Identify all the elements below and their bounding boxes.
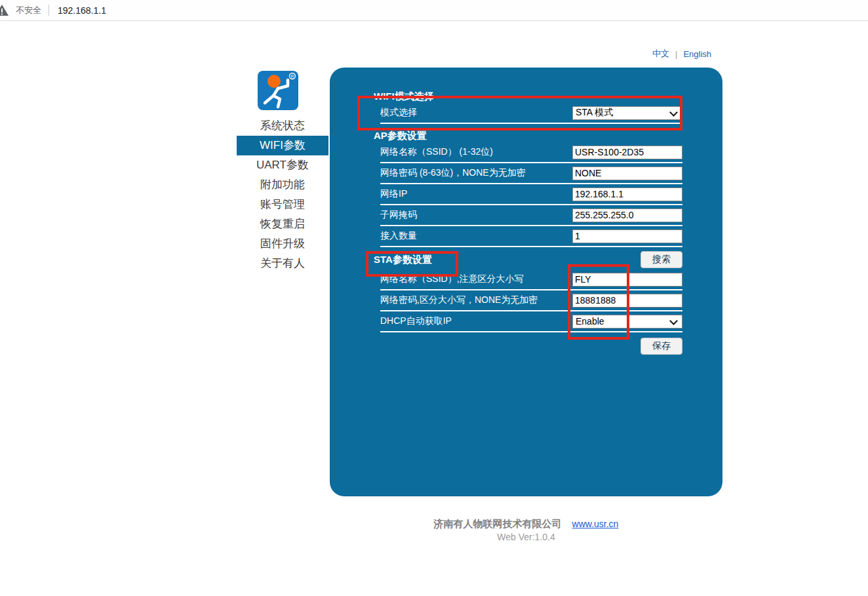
sidebar-nav: 系统状态 WIFI参数 UART参数 附加功能 账号管理 恢复重启 固件升级 关…	[237, 116, 328, 273]
dhcp-label: DHCP自动获取IP	[380, 315, 452, 327]
lang-english-link[interactable]: English	[683, 49, 711, 59]
sta-password-row: 网络密码,区分大小写，NONE为无加密	[380, 290, 682, 311]
page: 不安全 192.168.1.1 中文 | English R 系统状态 WIFI…	[0, 0, 868, 596]
lang-chinese-link[interactable]: 中文	[652, 48, 669, 60]
sta-password-label: 网络密码,区分大小写，NONE为无加密	[380, 294, 538, 306]
sta-section-title: STA参数设置	[374, 253, 432, 266]
address-bar-divider	[49, 5, 49, 16]
chevron-down-icon	[669, 108, 678, 117]
sidebar-item-firmware-upgrade[interactable]: 固件升级	[237, 234, 328, 254]
ap-ip-row: 网络IP	[380, 184, 682, 205]
save-button[interactable]: 保存	[641, 338, 682, 355]
sidebar-item-uart-params[interactable]: UART参数	[237, 155, 328, 175]
sta-section-header-row: STA参数设置 搜索	[374, 250, 682, 269]
sidebar-item-about-usr[interactable]: 关于有人	[237, 254, 328, 273]
lang-separator: |	[675, 49, 677, 59]
page-footer: 济南有人物联网技术有限公司www.usr.cn Web Ver:1.0.4	[330, 518, 722, 542]
mode-select-row: 模式选择 STA 模式	[380, 103, 682, 124]
web-version: Web Ver:1.0.4	[330, 532, 722, 542]
ap-password-row: 网络密码 (8-63位)，NONE为无加密	[380, 163, 682, 184]
sta-ssid-row: 网络名称（SSID）,注意区分大小写	[380, 269, 682, 290]
wifi-mode-section-title: WIFI模式选择	[374, 90, 682, 103]
not-secure-label[interactable]: 不安全	[16, 5, 41, 16]
sidebar-item-extra-functions[interactable]: 附加功能	[237, 175, 328, 195]
dhcp-select-value: Enable	[576, 316, 604, 327]
address-url[interactable]: 192.168.1.1	[58, 5, 106, 16]
ap-max-clients-input[interactable]	[572, 229, 682, 243]
sidebar-item-restore-restart[interactable]: 恢复重启	[237, 214, 328, 234]
company-name: 济南有人物联网技术有限公司	[434, 518, 562, 529]
ap-max-clients-row: 接入数量	[380, 226, 682, 247]
search-button[interactable]: 搜索	[641, 251, 682, 268]
mode-select-label: 模式选择	[380, 107, 417, 119]
ap-ssid-row: 网络名称（SSID） (1-32位)	[380, 142, 682, 163]
browser-address-bar: 不安全 192.168.1.1	[0, 0, 868, 21]
ap-subnet-row: 子网掩码	[380, 205, 682, 226]
ap-ssid-label: 网络名称（SSID） (1-32位)	[380, 146, 493, 158]
svg-text:R: R	[290, 74, 294, 79]
chevron-down-icon	[669, 317, 678, 325]
ap-password-input[interactable]	[572, 167, 682, 180]
ap-max-clients-label: 接入数量	[380, 230, 417, 242]
sta-ssid-label: 网络名称（SSID）,注意区分大小写	[380, 273, 524, 285]
mode-select[interactable]: STA 模式	[572, 106, 682, 120]
not-secure-warning-icon	[0, 5, 9, 18]
ap-password-label: 网络密码 (8-63位)，NONE为无加密	[380, 167, 526, 179]
sidebar-item-system-status[interactable]: 系统状态	[237, 116, 328, 136]
sta-password-input[interactable]	[572, 294, 682, 308]
sta-ssid-input[interactable]	[572, 273, 682, 287]
ap-ip-label: 网络IP	[380, 188, 407, 200]
language-switcher: 中文 | English	[652, 48, 711, 60]
website-link[interactable]: www.usr.cn	[572, 519, 619, 529]
dhcp-select[interactable]: Enable	[572, 315, 682, 328]
wifi-settings-panel: WIFI模式选择 模式选择 STA 模式 AP参数设置 网络名称（SSID） (…	[330, 68, 722, 496]
dhcp-row: DHCP自动获取IP Enable	[380, 311, 682, 332]
ap-section-title: AP参数设置	[374, 129, 682, 142]
sidebar-item-wifi-params[interactable]: WIFI参数	[237, 136, 328, 155]
ap-ip-input[interactable]	[572, 188, 682, 201]
usr-logo: R	[258, 71, 298, 113]
sidebar-item-account-management[interactable]: 账号管理	[237, 195, 328, 214]
save-row: 保存	[374, 338, 682, 355]
ap-subnet-label: 子网掩码	[380, 209, 417, 221]
mode-select-value: STA 模式	[576, 107, 613, 119]
ap-subnet-input[interactable]	[572, 209, 682, 222]
ap-ssid-input[interactable]	[572, 146, 682, 159]
